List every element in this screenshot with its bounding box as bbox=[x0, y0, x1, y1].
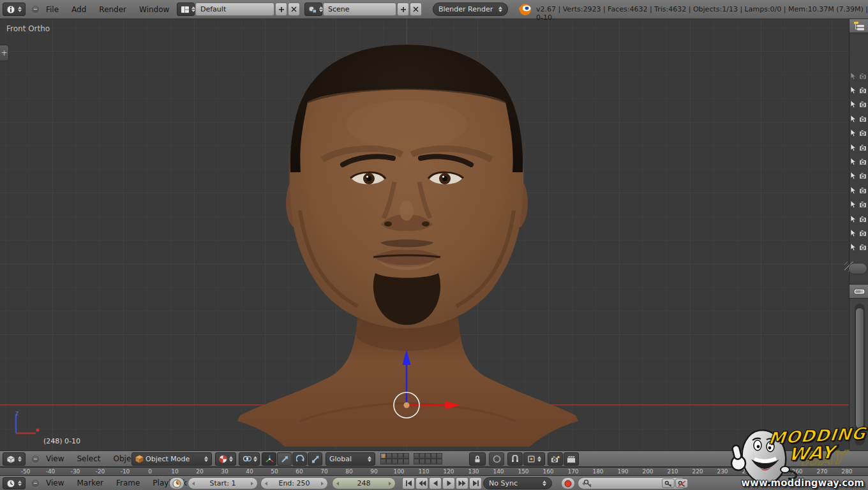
restrict-render-camera-icon[interactable] bbox=[859, 73, 868, 80]
render-still-button[interactable] bbox=[548, 452, 563, 466]
restrict-select-cursor-icon[interactable] bbox=[850, 172, 857, 180]
pulldown-collapse-icon[interactable] bbox=[32, 480, 39, 487]
restrict-render-camera-icon[interactable] bbox=[859, 244, 868, 251]
restrict-render-camera-icon[interactable] bbox=[859, 115, 868, 122]
frame-end-field[interactable]: End: 250 bbox=[260, 477, 328, 489]
restrict-select-cursor-icon[interactable] bbox=[850, 200, 857, 209]
layer-toggle[interactable] bbox=[425, 453, 431, 459]
outliner-row[interactable] bbox=[850, 112, 868, 126]
pulldown-collapse-icon[interactable] bbox=[32, 456, 39, 463]
restrict-render-camera-icon[interactable] bbox=[859, 172, 868, 179]
menu-frame[interactable]: Frame bbox=[110, 477, 146, 490]
outliner-row[interactable] bbox=[850, 126, 868, 140]
outliner-row[interactable] bbox=[850, 198, 868, 212]
layer-toggle[interactable] bbox=[392, 459, 398, 464]
auto-keyframe-record-button[interactable] bbox=[561, 477, 575, 489]
restrict-select-cursor-icon[interactable] bbox=[850, 100, 857, 108]
preview-range-clock-button[interactable] bbox=[169, 477, 184, 489]
menu-render[interactable]: Render bbox=[93, 1, 133, 19]
layout-name-field[interactable]: Default bbox=[195, 3, 274, 16]
current-frame-field[interactable]: 248 bbox=[332, 477, 396, 489]
layer-toggle[interactable] bbox=[386, 453, 392, 459]
scene-delete-button[interactable] bbox=[410, 3, 422, 16]
layer-toggle[interactable] bbox=[386, 459, 392, 464]
render-animation-button[interactable] bbox=[564, 452, 579, 466]
interaction-mode-dropdown[interactable]: Object Mode bbox=[131, 452, 212, 466]
jump-to-start-button[interactable] bbox=[402, 477, 415, 489]
outliner-row[interactable] bbox=[850, 183, 868, 197]
restrict-select-cursor-icon[interactable] bbox=[850, 72, 857, 80]
outliner-scroll-knob[interactable] bbox=[848, 263, 867, 274]
layer-toggle[interactable] bbox=[398, 459, 403, 464]
manipulator-scale-button[interactable] bbox=[308, 452, 322, 466]
editor-type-info-button[interactable] bbox=[3, 3, 26, 16]
restrict-render-camera-icon[interactable] bbox=[859, 87, 868, 94]
sync-mode-dropdown[interactable]: No Sync bbox=[483, 477, 552, 489]
properties-scroll-thumb[interactable] bbox=[855, 308, 864, 429]
restrict-select-cursor-icon[interactable] bbox=[850, 144, 857, 152]
layer-toggle[interactable] bbox=[431, 453, 437, 459]
layer-toggle[interactable] bbox=[398, 453, 403, 459]
scene-browse-button[interactable] bbox=[304, 3, 322, 16]
restrict-select-cursor-icon[interactable] bbox=[850, 115, 857, 123]
editor-type-timeline-button[interactable] bbox=[3, 477, 26, 489]
restrict-render-camera-icon[interactable] bbox=[859, 144, 868, 151]
restrict-select-cursor-icon[interactable] bbox=[850, 215, 857, 223]
snap-toggle-button[interactable] bbox=[507, 452, 523, 466]
layer-toggle[interactable] bbox=[380, 453, 386, 459]
menu-window[interactable]: Window bbox=[133, 1, 176, 19]
editor-type-3dview-button[interactable] bbox=[3, 452, 26, 466]
restrict-select-cursor-icon[interactable] bbox=[850, 229, 857, 237]
layer-toggle[interactable] bbox=[414, 459, 419, 464]
insert-keyframe-button[interactable] bbox=[662, 479, 675, 488]
restrict-select-cursor-icon[interactable] bbox=[850, 86, 857, 94]
properties-scrollbar[interactable] bbox=[855, 304, 865, 445]
proportional-edit-button[interactable] bbox=[489, 452, 504, 466]
viewport-shading-dropdown[interactable] bbox=[215, 452, 236, 466]
restrict-render-camera-icon[interactable] bbox=[859, 158, 868, 165]
render-engine-dropdown[interactable]: Blender Render bbox=[433, 3, 508, 16]
layer-toggle[interactable] bbox=[380, 459, 386, 464]
menu-select[interactable]: Select bbox=[70, 451, 107, 466]
menu-add[interactable]: Add bbox=[65, 1, 93, 19]
layer-toggle[interactable] bbox=[403, 459, 409, 464]
restrict-render-camera-icon[interactable] bbox=[859, 230, 868, 237]
head-model[interactable] bbox=[0, 19, 849, 450]
outliner-row[interactable] bbox=[850, 98, 868, 112]
restrict-select-cursor-icon[interactable] bbox=[850, 243, 857, 251]
restrict-select-cursor-icon[interactable] bbox=[850, 129, 857, 137]
play-button[interactable] bbox=[442, 477, 455, 489]
outliner-row[interactable] bbox=[850, 154, 868, 168]
menu-view[interactable]: View bbox=[40, 477, 70, 490]
pivot-point-dropdown[interactable] bbox=[239, 452, 260, 466]
delete-keyframe-button[interactable] bbox=[675, 479, 688, 488]
layers-group-2[interactable] bbox=[414, 453, 442, 464]
layer-toggle[interactable] bbox=[437, 453, 442, 459]
jump-to-end-button[interactable] bbox=[469, 477, 482, 489]
outliner-row[interactable] bbox=[850, 140, 868, 154]
restrict-select-cursor-icon[interactable] bbox=[850, 186, 857, 195]
layout-add-button[interactable] bbox=[275, 3, 287, 16]
manipulator-translate-button[interactable] bbox=[277, 452, 292, 466]
transform-orientation-dropdown[interactable]: Global bbox=[326, 452, 375, 466]
pulldown-collapse-icon[interactable] bbox=[32, 6, 39, 13]
layout-delete-button[interactable] bbox=[288, 3, 300, 16]
layer-toggle[interactable] bbox=[431, 459, 437, 464]
manipulator-rotate-button[interactable] bbox=[292, 452, 307, 466]
menu-file[interactable]: File bbox=[40, 1, 65, 19]
timeline-ruler[interactable]: -50-40-30-20-100102030405060708090100110… bbox=[0, 467, 868, 475]
jump-to-prev-keyframe-button[interactable] bbox=[415, 477, 428, 489]
restrict-render-camera-icon[interactable] bbox=[859, 216, 868, 223]
layer-toggle[interactable] bbox=[392, 453, 398, 459]
layer-toggle[interactable] bbox=[419, 453, 425, 459]
menu-marker[interactable]: Marker bbox=[70, 477, 109, 490]
restrict-render-camera-icon[interactable] bbox=[859, 130, 868, 137]
restrict-render-camera-icon[interactable] bbox=[859, 101, 868, 108]
lock-to-scene-button[interactable] bbox=[469, 452, 486, 466]
outliner-row[interactable] bbox=[850, 169, 868, 183]
outliner-row[interactable] bbox=[850, 83, 868, 97]
restrict-render-camera-icon[interactable] bbox=[859, 187, 868, 194]
play-reverse-button[interactable] bbox=[429, 477, 442, 489]
frame-start-field[interactable]: Start: 1 bbox=[188, 477, 258, 489]
viewport-3d[interactable]: Front Ortho + bbox=[0, 19, 849, 450]
